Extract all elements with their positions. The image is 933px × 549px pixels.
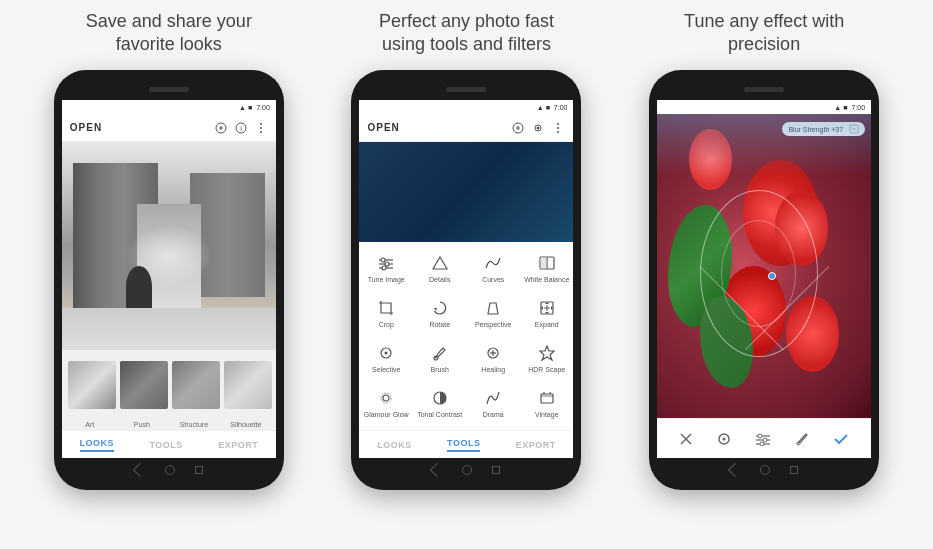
tool-white-balance[interactable]: White Balance	[520, 246, 574, 291]
vintage-label: Vintage	[535, 411, 559, 419]
look-label-structure: Structure	[170, 421, 218, 428]
svg-point-16	[557, 123, 559, 125]
back-nav-icon	[133, 463, 147, 477]
phone-screen-1: ▲ ■ 7:00 OPEN i	[62, 100, 276, 458]
svg-point-63	[760, 442, 764, 446]
settings-icon-2[interactable]	[531, 121, 545, 135]
look-thumb-structure[interactable]	[172, 361, 220, 409]
tool-vintage[interactable]: Vintage	[520, 381, 574, 426]
phone-bottom-bar-2	[359, 460, 573, 480]
panel-looks-title: Save and share your favorite looks	[86, 10, 252, 58]
main-container: Save and share your favorite looks ▲ ■ 7…	[0, 0, 933, 549]
expand-icon	[537, 298, 557, 318]
glamour-glow-label: Glamour Glow	[364, 411, 409, 419]
look-labels: Art Push Structure Silhouette	[62, 419, 276, 430]
cancel-ctrl-icon[interactable]	[679, 432, 693, 446]
hdr-scape-icon	[537, 343, 557, 363]
hdr-scape-label: HDR Scape	[528, 366, 565, 374]
svg-point-18	[557, 131, 559, 133]
white-balance-label: White Balance	[524, 276, 569, 284]
expand-label: Expand	[535, 321, 559, 329]
tab-tools-2[interactable]: TOOLS	[447, 438, 480, 452]
photo-area-1	[62, 142, 276, 349]
svg-point-7	[260, 131, 262, 133]
tab-export-2[interactable]: EXPORT	[516, 440, 556, 450]
svg-rect-48	[541, 394, 553, 403]
confirm-ctrl-icon[interactable]	[833, 432, 849, 446]
tool-details[interactable]: Details	[413, 246, 467, 291]
back-nav-icon-2	[430, 463, 444, 477]
svg-point-45	[383, 395, 389, 401]
more-icon[interactable]	[254, 121, 268, 135]
tool-expand[interactable]: Expand	[520, 291, 574, 336]
look-thumb-silhouette[interactable]	[224, 361, 272, 409]
phone-top-bar-2	[359, 80, 573, 98]
tool-glamour-glow[interactable]: Glamour Glow	[359, 381, 413, 426]
back-nav-icon-3	[728, 463, 742, 477]
appbar-title-1: OPEN	[70, 122, 102, 133]
look-thumb-push[interactable]	[120, 361, 168, 409]
circle-ctrl-icon[interactable]	[717, 432, 731, 446]
svg-point-39	[385, 352, 388, 355]
svg-point-64	[797, 442, 800, 445]
svg-point-22	[381, 258, 385, 262]
phone2-bottom-nav: LOOKS TOOLS EXPORT	[359, 430, 573, 458]
tune-image-icon	[376, 253, 396, 273]
phone2-appbar: OPEN	[359, 114, 573, 142]
phone-screen-3: ▲ ■ 7:00	[657, 100, 871, 458]
tab-looks-2[interactable]: LOOKS	[377, 440, 412, 450]
phone3-controls	[657, 418, 871, 458]
tune-image-label: Tune Image	[368, 276, 405, 284]
more-icon-2[interactable]	[551, 121, 565, 135]
tab-export-1[interactable]: EXPORT	[218, 440, 258, 450]
home-nav-icon	[165, 465, 175, 475]
tool-brush[interactable]: Brush	[413, 336, 467, 381]
drama-icon	[483, 388, 503, 408]
recents-nav-icon	[195, 466, 203, 474]
tool-tune-image[interactable]: Tune Image	[359, 246, 413, 291]
look-thumb-art[interactable]	[68, 361, 116, 409]
phone1-appbar: OPEN i	[62, 114, 276, 142]
tool-selective[interactable]: Selective	[359, 336, 413, 381]
selective-label: Selective	[372, 366, 400, 374]
status-bar-1: ▲ ■ 7:00	[62, 100, 276, 114]
phone-tools: ▲ ■ 7:00 OPEN	[351, 70, 581, 490]
filter-icon[interactable]	[214, 121, 228, 135]
panel-tools: Perfect any photo fast using tools and f…	[321, 10, 611, 490]
tab-looks-1[interactable]: LOOKS	[80, 438, 115, 452]
phone-screen-2: ▲ ■ 7:00 OPEN	[359, 100, 573, 458]
phone-speaker-1	[149, 87, 189, 92]
tool-drama[interactable]: Drama	[466, 381, 520, 426]
phone-bottom-bar-1	[62, 460, 276, 480]
svg-point-23	[385, 262, 389, 266]
tool-curves[interactable]: Curves	[466, 246, 520, 291]
panel-tune-title: Tune any effect with precision	[684, 10, 844, 58]
svg-rect-28	[540, 257, 547, 269]
brush-label: Brush	[431, 366, 449, 374]
brush-ctrl-icon[interactable]	[795, 432, 809, 446]
tool-tonal-contrast[interactable]: Tonal Contrast	[413, 381, 467, 426]
tool-rotate[interactable]: Rotate	[413, 291, 467, 336]
svg-point-17	[557, 127, 559, 129]
info-icon[interactable]: i	[234, 121, 248, 135]
tool-hdr-scape[interactable]: HDR Scape	[520, 336, 574, 381]
tool-perspective[interactable]: Perspective	[466, 291, 520, 336]
svg-marker-44	[540, 346, 554, 360]
svg-point-57	[723, 437, 726, 440]
perspective-icon	[483, 298, 503, 318]
tool-healing[interactable]: Healing	[466, 336, 520, 381]
sliders-ctrl-icon[interactable]	[755, 432, 771, 446]
phone-speaker-3	[744, 87, 784, 92]
tab-tools-1[interactable]: TOOLS	[149, 440, 182, 450]
filter-icon-2[interactable]	[511, 121, 525, 135]
panel-looks: Save and share your favorite looks ▲ ■ 7…	[24, 10, 314, 490]
home-nav-icon-2	[462, 465, 472, 475]
panel-tools-title: Perfect any photo fast using tools and f…	[379, 10, 554, 58]
phone-top-bar-1	[62, 80, 276, 98]
tool-crop[interactable]: Crop	[359, 291, 413, 336]
status-bar-2: ▲ ■ 7:00	[359, 100, 573, 114]
rotate-icon	[430, 298, 450, 318]
home-nav-icon-3	[760, 465, 770, 475]
details-label: Details	[429, 276, 450, 284]
selective-icon	[376, 343, 396, 363]
